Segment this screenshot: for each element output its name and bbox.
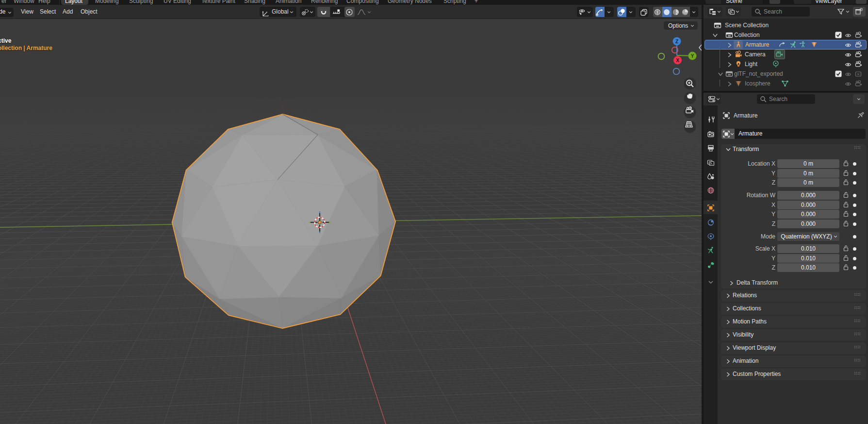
svg-text:X: X bbox=[676, 58, 679, 63]
svg-text:Y: Y bbox=[691, 53, 694, 59]
svg-text:Z: Z bbox=[675, 39, 678, 44]
